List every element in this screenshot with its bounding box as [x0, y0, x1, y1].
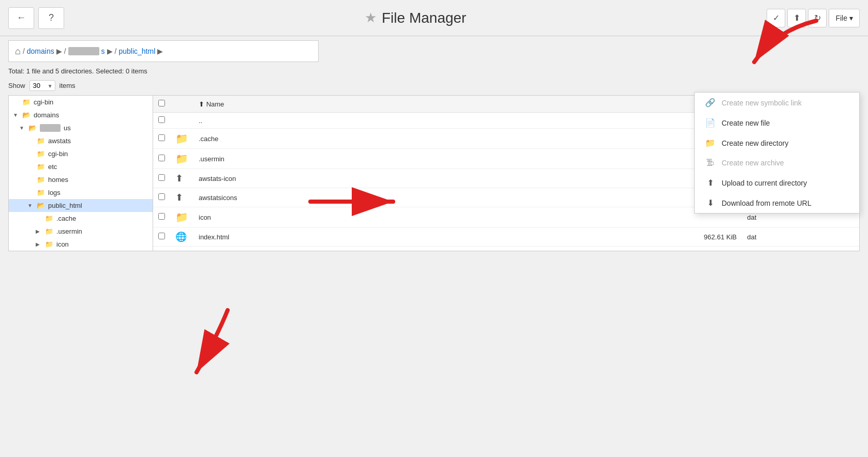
breadcrumb-public-html[interactable]: public_html: [118, 47, 155, 55]
share-button[interactable]: ⬆: [787, 9, 806, 27]
tree-label-usermin: .usermin: [56, 227, 82, 235]
checkbox-awstats-icon[interactable]: [158, 174, 165, 181]
breadcrumb-blurred[interactable]: [68, 47, 99, 55]
row-icon-awstatsicons: ⬆: [170, 188, 193, 207]
tree-label-etc: etc: [48, 163, 57, 171]
tree-item-public-html[interactable]: ▼ 📂 public_html: [9, 199, 153, 212]
folder-icon-awstats: 📁: [37, 137, 45, 145]
tree-item-usermin[interactable]: ▶ 📁 .usermin: [9, 225, 153, 238]
tree-arrow-public-html: ▼: [27, 203, 34, 208]
tree-item-homes[interactable]: 📁 homes: [9, 173, 153, 186]
name-header[interactable]: ⬆ Name: [193, 96, 484, 113]
breadcrumb-domains[interactable]: domains: [27, 47, 54, 55]
tree-item-domain-us[interactable]: ▼ 📂 us: [9, 121, 153, 134]
show-label: Show: [8, 82, 25, 89]
tree-label-public-html: public_html: [48, 202, 82, 209]
folder-icon-etc: 📁: [37, 163, 45, 171]
file-menu-button[interactable]: File ▾: [829, 9, 860, 27]
row-name-usermin[interactable]: .usermin: [193, 149, 484, 169]
tree-label-cgi-bin-nested: cgi-bin: [48, 150, 68, 158]
tree-label-domain-us-blur: [40, 124, 61, 132]
row-name-parent[interactable]: ..: [193, 113, 484, 129]
help-button[interactable]: ?: [38, 7, 64, 29]
folder-icon-icon: 📁: [45, 240, 53, 248]
menu-item-new-directory[interactable]: 📁 Create new directory: [695, 133, 859, 153]
upload-icon: ⬆: [705, 178, 715, 188]
refresh-button[interactable]: ↻: [808, 9, 827, 27]
tree-item-icon[interactable]: ▶ 📁 icon: [9, 238, 153, 251]
page-title: File Manager: [382, 10, 466, 26]
folder-icon-logs: 📁: [37, 189, 45, 196]
items-label: items: [59, 82, 76, 89]
row-checkbox-icon-folder[interactable]: [153, 207, 170, 227]
check-button[interactable]: ✓: [767, 9, 785, 27]
row-checkbox-awstatsicons[interactable]: [153, 188, 170, 207]
row-checkbox-usermin[interactable]: [153, 149, 170, 169]
shortcut-icon-awstatsicons: ⬆: [175, 192, 183, 203]
row-name-index[interactable]: index.html: [193, 227, 484, 247]
tree-item-etc[interactable]: 📁 etc: [9, 160, 153, 173]
web-icon-index: 🌐: [175, 232, 187, 242]
tree-label-cgi-bin-root: cgi-bin: [34, 98, 53, 106]
breadcrumb-s[interactable]: s: [101, 47, 105, 55]
top-bar-nav: ← ?: [8, 7, 64, 29]
tree-label-domain-us-suffix: us: [64, 124, 71, 132]
top-bar: ← ? ★ File Manager ✓ ⬆ ↻ File ▾ 🔗 Create…: [0, 0, 868, 36]
home-icon[interactable]: ⌂: [15, 46, 21, 57]
folder-icon-cache-file: 📁: [175, 133, 188, 144]
row-icon-icon-folder: 📁: [170, 207, 193, 227]
menu-item-new-file[interactable]: 📄 Create new file: [695, 113, 859, 133]
file-link-index[interactable]: index.html: [199, 233, 229, 241]
star-icon[interactable]: ★: [365, 10, 377, 26]
row-name-awstatsicons[interactable]: awstatsicons: [193, 188, 484, 207]
checkbox-usermin[interactable]: [158, 155, 165, 161]
row-checkbox-parent[interactable]: [153, 113, 170, 129]
tree-item-logs[interactable]: 📁 logs: [9, 186, 153, 199]
select-all-header[interactable]: [153, 96, 170, 113]
row-icon-awstats-icon: ⬆: [170, 169, 193, 188]
tree-item-cache[interactable]: 📁 .cache: [9, 212, 153, 225]
row-checkbox-cache[interactable]: [153, 129, 170, 149]
row-checkbox-index[interactable]: [153, 227, 170, 247]
row-name-awstats-icon[interactable]: awstats-icon: [193, 169, 484, 188]
file-link-awstats-icon[interactable]: awstats-icon: [199, 175, 236, 182]
checkbox-icon-folder[interactable]: [158, 213, 165, 220]
menu-item-download[interactable]: ⬇ Download from remote URL: [695, 193, 859, 213]
tree-arrow-domain-us: ▼: [19, 125, 25, 131]
menu-item-upload[interactable]: ⬆ Upload to current directory: [695, 173, 859, 193]
tree-arrow-icon: ▶: [36, 241, 42, 247]
tree-label-awstats: awstats: [48, 137, 71, 145]
row-icon-index: 🌐: [170, 227, 193, 247]
file-link-usermin[interactable]: .usermin: [199, 155, 225, 163]
file-link-icon-folder[interactable]: icon: [199, 214, 211, 221]
row-checkbox-awstats-icon[interactable]: [153, 169, 170, 188]
tree-arrow-domains: ▼: [13, 112, 19, 118]
menu-item-new-archive[interactable]: 🗜 Create new archive: [695, 153, 859, 173]
file-link-awstatsicons[interactable]: awstatsicons: [199, 194, 237, 202]
tree-item-domains[interactable]: ▼ 📂 domains: [9, 109, 153, 121]
row-name-cache[interactable]: .cache: [193, 129, 484, 149]
checkbox-cache[interactable]: [158, 134, 165, 141]
tree-arrow-usermin: ▶: [36, 229, 42, 234]
breadcrumb-arrow-1: ▶: [56, 47, 62, 55]
checkbox-parent[interactable]: [158, 116, 165, 123]
row-icon-parent: [170, 113, 193, 129]
tree-item-cgi-bin-root[interactable]: 📁 cgi-bin: [9, 96, 153, 109]
row-name-icon-folder[interactable]: icon: [193, 207, 484, 227]
checkbox-awstatsicons[interactable]: [158, 193, 165, 200]
download-icon: ⬇: [705, 198, 715, 208]
show-select[interactable]: 30 50 100: [29, 80, 55, 91]
back-button[interactable]: ←: [8, 7, 34, 29]
checkbox-index[interactable]: [158, 233, 165, 239]
folder-icon-domain-us: 📂: [28, 124, 37, 132]
file-link-cache[interactable]: .cache: [199, 135, 218, 143]
tree-label-homes: homes: [48, 176, 68, 184]
tree-item-awstats[interactable]: 📁 awstats: [9, 134, 153, 147]
menu-item-symbolic-link[interactable]: 🔗 Create new symbolic link: [695, 93, 859, 113]
row-date-index: dat: [742, 227, 859, 247]
tree-item-cgi-bin-nested[interactable]: 📁 cgi-bin: [9, 147, 153, 160]
select-all-checkbox[interactable]: [158, 100, 165, 106]
file-link-parent[interactable]: ..: [199, 117, 202, 125]
show-select-wrapper: 30 50 100: [29, 80, 55, 91]
shortcut-icon-awstats: ⬆: [175, 173, 183, 184]
